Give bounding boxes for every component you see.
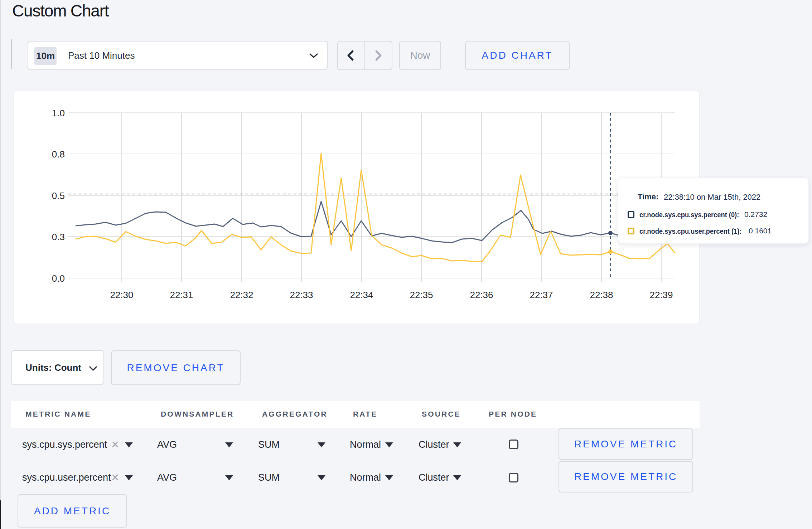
svg-text:22:34: 22:34 [350,290,373,300]
svg-text:22:30: 22:30 [110,290,133,300]
svg-text:22:32: 22:32 [230,290,253,300]
svg-text:0.0: 0.0 [52,273,65,284]
svg-text:0.3: 0.3 [52,232,65,242]
svg-text:0.5: 0.5 [52,190,65,201]
svg-text:22:36: 22:36 [470,290,493,300]
svg-text:22:33: 22:33 [290,290,313,300]
svg-text:0.8: 0.8 [52,149,65,160]
svg-text:22:35: 22:35 [410,290,433,300]
svg-text:22:38: 22:38 [590,290,613,300]
svg-text:22:39: 22:39 [649,290,673,300]
svg-text:1.0: 1.0 [52,108,65,118]
svg-text:22:31: 22:31 [170,290,193,300]
svg-text:22:37: 22:37 [530,290,553,300]
